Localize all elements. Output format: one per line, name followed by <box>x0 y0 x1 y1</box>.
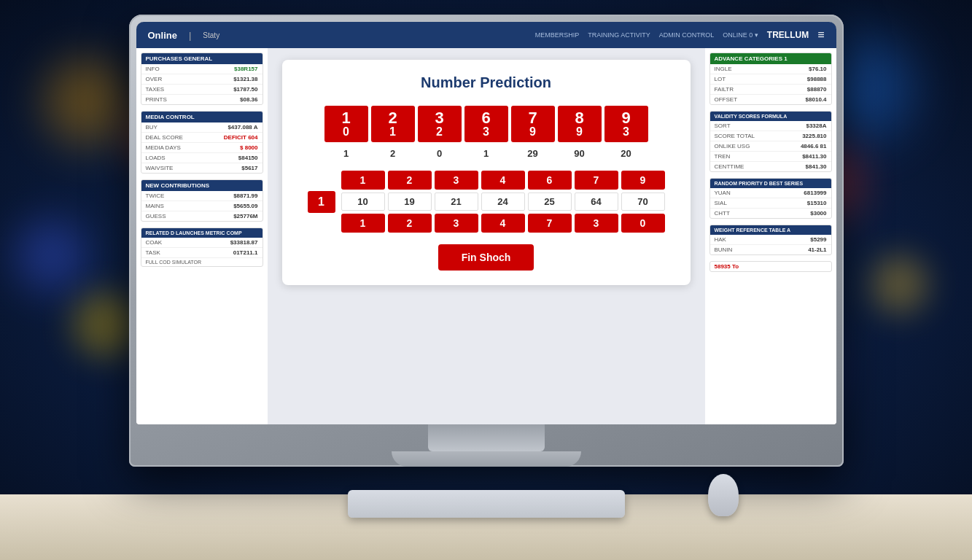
nav-link-membership[interactable]: MEMBERSHIP <box>535 31 580 39</box>
panel-row: SIAL$15310 <box>710 198 831 209</box>
gb-col-2: 3 21 3 <box>435 171 478 233</box>
sub-cell-6: 20 <box>604 148 648 159</box>
top-number-grid: 10 21 32 63 79 89 93 <box>300 106 673 142</box>
panel-row: FAILTR$88870 <box>710 85 831 95</box>
panel-row: INFO$38R157 <box>141 64 263 74</box>
bottom-grid-cols: 1 10 1 2 19 2 3 <box>341 171 665 233</box>
sub-cell-0: 1 <box>324 148 368 159</box>
gb-col-5: 7 64 3 <box>575 171 618 233</box>
sidebar-left: PURCHASES GENERAL INFO$38R157 OVER$1321.… <box>136 48 268 424</box>
gb-col-4: 6 25 7 <box>528 171 572 233</box>
monitor-base <box>392 451 581 467</box>
panel-media-control: MEDIA CONTROL BUY$437.088 A DEAL SCOREDE… <box>141 111 263 174</box>
sub-cell-2: 0 <box>418 148 462 159</box>
num-cell-5: 89 <box>558 106 602 142</box>
panel-row: LOADS$84150 <box>141 153 263 163</box>
hamburger-icon[interactable]: ≡ <box>817 28 824 42</box>
navigation-bar: Online | Staty MEMBERSHIP TRAINING ACTIV… <box>136 22 836 48</box>
panel-contributions-header: NEW CONTRIBUTIONS <box>141 180 263 191</box>
panel-row: CHTT$3000 <box>710 209 831 218</box>
keyboard <box>348 490 625 518</box>
sub-number-row: 1 2 0 1 29 90 20 <box>300 148 673 159</box>
panel-random-header: RANDOM PRIORITY D BEST SERIES <box>710 179 831 188</box>
panel-launches-header: RELATED D LAUNCHES METRIC COMP <box>141 228 263 238</box>
prediction-title: Number Prediction <box>300 74 673 91</box>
gb-col-0: 1 10 1 <box>341 171 385 233</box>
panel-row: BUNIN41-2L1 <box>710 245 831 254</box>
panel-row: MEDIA DAYS$ 8000 <box>141 143 263 153</box>
panel-weight-header: WEIGHT REFERENCE TABLE A <box>710 225 831 235</box>
panel-advance-header: ADVANCE CATEGORIES 1 <box>710 53 831 64</box>
panel-weight-reference: WEIGHT REFERENCE TABLE A HAK$5299 BUNIN4… <box>709 225 832 255</box>
main-content: PURCHASES GENERAL INFO$38R157 OVER$1321.… <box>136 48 836 424</box>
grid-label-cell: 1 <box>308 191 335 213</box>
special-text-row: 58935 To <box>710 262 831 271</box>
panel-row: COAK$33818.87 <box>141 238 263 248</box>
gb-col-3: 4 24 4 <box>481 171 525 233</box>
monitor-frame: Online | Staty MEMBERSHIP TRAINING ACTIV… <box>129 15 844 467</box>
panel-new-contributions: NEW CONTRIBUTIONS TWICE$8871.99 MAINS$56… <box>141 179 263 222</box>
panel-row: GUESS$25776M <box>141 211 263 221</box>
sub-cell-3: 1 <box>464 148 508 159</box>
panel-row: TWICE$8871.99 <box>141 191 263 201</box>
panel-row: TAXES$1787.50 <box>141 85 263 95</box>
nav-tagline: Staty <box>203 31 219 39</box>
bottom-grid-wrapper: 1 1 10 1 2 19 2 <box>300 171 673 233</box>
num-cell-0: 10 <box>324 106 368 142</box>
panel-row: SORT$3328A <box>710 121 831 131</box>
panel-row: HAK$5299 <box>710 235 831 245</box>
sub-cell-1: 2 <box>371 148 415 159</box>
panel-special: 58935 To <box>709 261 832 272</box>
sub-cell-5: 90 <box>558 148 602 159</box>
panel-row: FULL COD SIMULATOR <box>141 258 263 266</box>
panel-row: PRINTS$08.36 <box>141 95 263 104</box>
panel-media-header: MEDIA CONTROL <box>141 112 263 122</box>
panel-row: LOT$98888 <box>710 74 831 85</box>
num-cell-6: 93 <box>604 106 648 142</box>
panel-related-launches: RELATED D LAUNCHES METRIC COMP COAK$3381… <box>141 228 263 267</box>
panel-row: OFFSET$8010.4 <box>710 95 831 104</box>
prediction-card: Number Prediction 10 21 32 63 79 89 93 <box>282 60 691 285</box>
mouse <box>708 474 739 516</box>
panel-row: BUY$437.088 A <box>141 122 263 133</box>
panel-advance-categories: ADVANCE CATEGORIES 1 INGLE$76.10 LOT$988… <box>709 52 832 105</box>
panel-row: CENTTIME$841.30 <box>710 162 831 171</box>
panel-purchases-header: PURCHASES GENERAL <box>141 53 263 64</box>
panel-validity-scores: VALIDITY SCORES FORMULA SORT$3328A SCORE… <box>709 111 832 172</box>
panel-row: DEAL SCOREDEFICIT 604 <box>141 133 263 143</box>
panel-validity-header: VALIDITY SCORES FORMULA <box>710 112 831 121</box>
gb-col-1: 2 19 2 <box>388 171 432 233</box>
panel-row: INGLE$76.10 <box>710 64 831 74</box>
panel-row: OVER$1321.38 <box>141 74 263 85</box>
panel-row: YUAN6813999 <box>710 188 831 198</box>
panel-row: ONLIKE USG4846.6 81 <box>710 141 831 152</box>
nav-links: MEMBERSHIP TRAINING ACTIVITY ADMIN CONTR… <box>535 28 825 42</box>
monitor-screen: Online | Staty MEMBERSHIP TRAINING ACTIV… <box>136 22 836 424</box>
panel-purchases-general: PURCHASES GENERAL INFO$38R157 OVER$1321.… <box>141 52 263 105</box>
gb-col-6: 9 70 0 <box>621 171 665 233</box>
nav-divider: | <box>189 30 191 41</box>
num-cell-2: 32 <box>418 106 462 142</box>
panel-row: SCORE TOTAL3225.810 <box>710 131 831 141</box>
panel-random-priority: RANDOM PRIORITY D BEST SERIES YUAN681399… <box>709 178 832 219</box>
nav-brand: Online <box>148 30 177 41</box>
panel-row: WAIVSITE$5617 <box>141 163 263 173</box>
sub-cell-4: 29 <box>511 148 555 159</box>
num-cell-4: 79 <box>511 106 555 142</box>
monitor-bezel: Online | Staty MEMBERSHIP TRAINING ACTIV… <box>136 22 836 424</box>
panel-row: TREN$8411.30 <box>710 152 831 162</box>
num-cell-3: 63 <box>464 106 508 142</box>
panel-row: MAINS$5655.09 <box>141 201 263 211</box>
center-area: Number Prediction 10 21 32 63 79 89 93 <box>268 48 705 424</box>
panel-row: TASK01T211.1 <box>141 248 263 258</box>
find-button[interactable]: Fin Shoch <box>438 244 534 271</box>
sidebar-right: ADVANCE CATEGORIES 1 INGLE$76.10 LOT$988… <box>705 48 836 424</box>
nav-trellum: TRELLUM <box>767 30 809 40</box>
special-text: 58935 To <box>715 263 739 270</box>
monitor-stand <box>428 424 545 451</box>
nav-link-admin[interactable]: ADMIN CONTROL <box>659 31 715 39</box>
nav-link-online[interactable]: ONLINE 0 ▾ <box>723 31 758 39</box>
num-cell-1: 21 <box>371 106 415 142</box>
nav-link-training[interactable]: TRAINING ACTIVITY <box>588 31 650 39</box>
